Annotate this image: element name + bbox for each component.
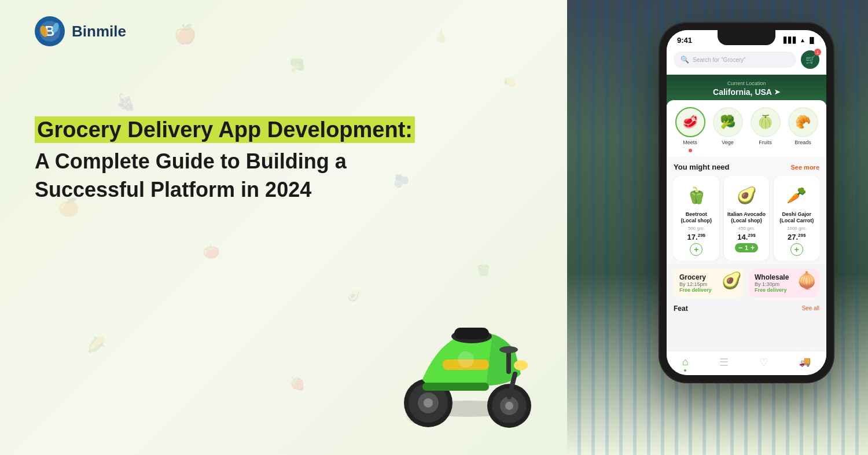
svg-rect-19 — [454, 328, 489, 339]
brand-name: Binmile — [72, 23, 126, 41]
product-carrot-weight: 1000 gm. — [787, 226, 806, 231]
phone-screen: 9:41 ▋▋▋ ▲ ▐▌ 🔍 Search for "Grocery" 🛒 1 — [667, 30, 826, 375]
nav-home[interactable]: ⌂ — [682, 356, 689, 372]
phone-notch — [718, 30, 775, 45]
svg-point-13 — [505, 402, 513, 410]
delivery-grocery-card[interactable]: Grocery By 12:15pm Free delivery 🥑 — [674, 269, 744, 298]
category-vege-icon: 🥦 — [713, 107, 743, 137]
nav-active-dot — [684, 369, 686, 372]
qty-number: 1 — [745, 244, 748, 251]
wifi-icon: ▲ — [800, 37, 806, 43]
see-more-link[interactable]: See more — [790, 164, 819, 171]
phone-frame: 9:41 ▋▋▋ ▲ ▐▌ 🔍 Search for "Grocery" 🛒 1 — [660, 23, 833, 382]
scooter-illustration — [370, 258, 567, 455]
menu-icon: ☰ — [719, 356, 729, 369]
headline-line2: A Complete Guide to Building a Successfu… — [35, 148, 415, 204]
phone-mockup: 9:41 ▋▋▋ ▲ ▐▌ 🔍 Search for "Grocery" 🛒 1 — [660, 23, 833, 382]
active-indicator — [689, 149, 692, 152]
location-name: California, USA ➤ — [675, 87, 818, 97]
product-carrot: 🥕 Deshi Gajor (Local Carrot) 1000 gm. 27… — [774, 176, 819, 260]
product-avocado-name: Italian Avocado (Local shop) — [727, 211, 766, 224]
product-avocado-weight: 450 gm. — [738, 226, 755, 231]
wholesale-img: 🧅 — [797, 271, 817, 290]
search-placeholder: Search for "Grocery" — [693, 57, 746, 63]
category-breads-label: Breads — [795, 140, 811, 145]
search-icon: 🔍 — [681, 56, 689, 64]
status-icons: ▋▋▋ ▲ ▐▌ — [784, 37, 816, 43]
headline-area: Grocery Delivery App Development: A Comp… — [35, 116, 415, 204]
location-arrow-icon: ➤ — [774, 88, 780, 96]
product-carrot-image: 🥕 — [782, 181, 811, 210]
qty-minus-button[interactable]: − — [738, 244, 742, 251]
svg-point-9 — [424, 398, 433, 408]
search-input[interactable]: 🔍 Search for "Grocery" — [674, 52, 796, 68]
delivery-icon: 🚚 — [799, 356, 811, 367]
nav-delivery[interactable]: 🚚 — [799, 356, 811, 372]
heart-icon: ♡ — [759, 356, 768, 369]
featured-title: Feat — [674, 304, 688, 313]
category-fruits-label: Fruits — [759, 140, 772, 145]
product-avocado-image: 🥑 — [732, 181, 761, 210]
grocery-img: 🥑 — [722, 271, 742, 290]
nav-menu[interactable]: ☰ — [719, 356, 729, 372]
might-need-section: You might need See more 🫑 Beetroot(Local… — [667, 157, 826, 264]
categories-row: 🥩 Meets 🥦 Vege 🍈 Fruits 🥐 Breads — [667, 100, 826, 157]
logo-area: B Binmile — [35, 16, 126, 46]
product-beetroot: 🫑 Beetroot(Local shop) 500 gm. 17.29$ + — [674, 176, 719, 260]
nav-wishlist[interactable]: ♡ — [759, 356, 768, 372]
svg-point-22 — [458, 351, 474, 368]
scooter-svg — [370, 258, 567, 443]
product-avocado: 🥑 Italian Avocado (Local shop) 450 gm. 1… — [724, 176, 770, 260]
add-beetroot-button[interactable]: + — [690, 243, 703, 256]
svg-rect-21 — [422, 383, 489, 391]
delivery-section: Grocery By 12:15pm Free delivery 🥑 Whole… — [667, 264, 826, 301]
category-meets-icon: 🥩 — [675, 107, 705, 137]
product-carrot-name: Deshi Gajor (Local Carrot) — [777, 211, 816, 224]
product-avocado-price: 14.29$ — [737, 233, 755, 241]
product-carrot-price: 27.29$ — [788, 233, 806, 241]
location-label: Current Location — [675, 80, 818, 86]
category-fruits-icon: 🍈 — [751, 107, 781, 137]
svg-rect-15 — [506, 351, 511, 374]
product-beetroot-price: 17.29$ — [687, 233, 705, 241]
status-time: 9:41 — [677, 36, 692, 45]
category-vege[interactable]: 🥦 Vege — [713, 107, 743, 145]
category-meets-label: Meets — [683, 140, 697, 145]
category-meets[interactable]: 🥩 Meets — [675, 107, 705, 152]
home-icon: ⌂ — [682, 356, 689, 368]
products-row: 🫑 Beetroot(Local shop) 500 gm. 17.29$ + … — [674, 176, 819, 260]
product-beetroot-image: 🫑 — [682, 181, 711, 210]
featured-row: Feat See all — [667, 301, 826, 315]
category-breads-icon: 🥐 — [788, 107, 818, 137]
category-vege-label: Vege — [722, 140, 734, 145]
svg-point-17 — [514, 360, 528, 370]
signal-icon: ▋▋▋ — [784, 37, 797, 43]
qty-plus-button[interactable]: + — [751, 244, 755, 251]
svg-point-16 — [499, 346, 518, 353]
delivery-wholesale-card[interactable]: Wholesale By 1:30pm Free delivery 🧅 — [749, 269, 819, 298]
quantity-control-avocado[interactable]: − 1 + — [735, 243, 758, 252]
add-carrot-button[interactable]: + — [790, 243, 803, 256]
logo-icon: B — [35, 16, 65, 46]
bottom-nav: ⌂ ☰ ♡ 🚚 — [667, 351, 826, 375]
category-fruits[interactable]: 🍈 Fruits — [751, 107, 781, 145]
featured-seeall[interactable]: See all — [801, 305, 819, 311]
cart-icon: 🛒 — [806, 55, 815, 64]
cart-badge: 1 — [814, 49, 821, 56]
product-beetroot-weight: 500 gm. — [688, 226, 705, 231]
search-bar-area: 🔍 Search for "Grocery" 🛒 1 — [667, 47, 826, 75]
product-beetroot-name: Beetroot(Local shop) — [681, 211, 712, 224]
battery-icon: ▐▌ — [808, 37, 816, 43]
section-title: You might need — [674, 163, 730, 171]
category-breads[interactable]: 🥐 Breads — [788, 107, 818, 145]
cart-button[interactable]: 🛒 1 — [801, 50, 819, 69]
headline-line1: Grocery Delivery App Development: — [35, 116, 415, 143]
section-header: You might need See more — [674, 163, 819, 171]
